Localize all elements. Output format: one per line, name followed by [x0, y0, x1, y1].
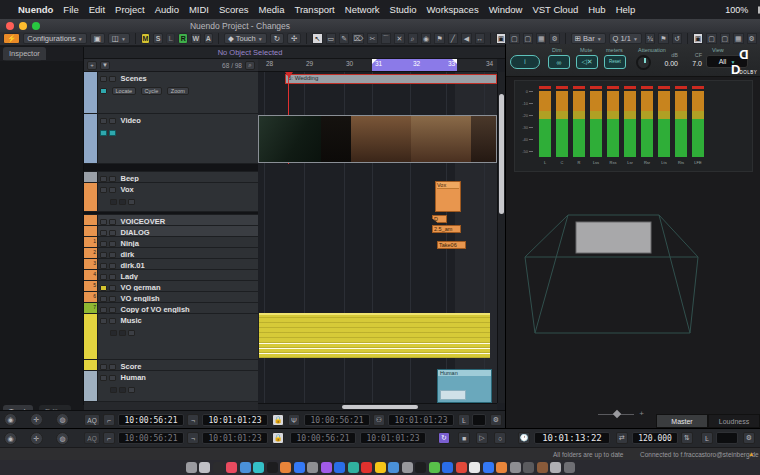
music-sub-btn-1[interactable]	[110, 330, 117, 336]
tracklist-divider[interactable]	[84, 164, 258, 172]
grid-type-button[interactable]: ▢	[523, 33, 533, 44]
dock-icon[interactable]	[267, 462, 278, 473]
attenuation-knob[interactable]	[636, 55, 651, 70]
record-mode-button-1[interactable]: ◉	[4, 413, 17, 426]
dock-icon[interactable]	[496, 462, 507, 473]
scenes-btn-1[interactable]	[100, 76, 107, 82]
configurations-dropdown[interactable]: Configurations▼	[23, 33, 86, 44]
time-format-icon[interactable]: 🕐	[518, 432, 530, 444]
dock-icon[interactable]	[550, 462, 561, 473]
retrospective-record-button[interactable]: ↺	[672, 33, 682, 44]
tab-inspector[interactable]: Inspector	[3, 47, 46, 60]
menu-help[interactable]: Help	[616, 4, 636, 15]
dock-icon[interactable]	[334, 462, 345, 473]
right-locator-time[interactable]: 10:01:01:23	[202, 414, 268, 426]
dock-icon[interactable]	[483, 462, 494, 473]
dock-icon[interactable]	[186, 462, 197, 473]
tool-draw[interactable]: ✎	[339, 33, 349, 44]
dock-trash-icon[interactable]	[564, 462, 575, 473]
view-mode-2-button[interactable]: ▢	[706, 33, 716, 44]
mute-button[interactable]	[100, 263, 107, 269]
video-thumbnails-toggle[interactable]	[100, 130, 107, 136]
sync-button-2[interactable]: ◍	[56, 432, 69, 445]
dock-icon[interactable]	[510, 462, 521, 473]
tab-loudness[interactable]: Loudness	[708, 414, 760, 428]
dock-icon[interactable]	[307, 462, 318, 473]
view-mode-1-button[interactable]: ▣	[693, 33, 703, 44]
mute-button[interactable]	[100, 219, 107, 225]
tool-comp[interactable]: ◉	[421, 33, 431, 44]
tool-split[interactable]: ✂	[367, 33, 377, 44]
suspend-automation-button[interactable]: A	[204, 33, 214, 44]
dock-icon[interactable]	[213, 462, 224, 473]
dock-icon[interactable]	[348, 462, 359, 473]
track-row-ninja[interactable]: 1 Ninja	[84, 237, 258, 248]
human-folder-event[interactable]: Human	[437, 369, 492, 403]
video-thumbnail-strip[interactable]	[258, 115, 497, 163]
solo-button[interactable]	[109, 176, 116, 182]
mute-button[interactable]	[100, 307, 107, 313]
marker-flag-button[interactable]: ⚑	[658, 33, 668, 44]
dock-icon[interactable]	[456, 462, 467, 473]
solo-button[interactable]	[109, 219, 116, 225]
menu-transport[interactable]: Transport	[294, 4, 334, 15]
menu-file[interactable]: File	[63, 4, 78, 15]
locator-lock-button[interactable]: 🔒	[272, 414, 284, 426]
video-id-toggle[interactable]	[109, 130, 116, 136]
dock-icon[interactable]	[253, 462, 264, 473]
mute-button[interactable]	[100, 274, 107, 280]
pre-roll-icon-2[interactable]: Ŀ	[701, 432, 713, 444]
listen-all-button[interactable]: L	[166, 33, 176, 44]
transport-gear-1[interactable]: ⚙	[490, 414, 502, 426]
atmos-room-view[interactable]: +	[506, 175, 760, 407]
visibility-agents-dropdown[interactable]: ◫▼	[108, 33, 130, 44]
tool-mute[interactable]: ✕	[394, 33, 404, 44]
tool-object-selection[interactable]: ↖	[312, 33, 322, 44]
solo-button[interactable]	[109, 296, 116, 302]
automation-panel-button[interactable]: ✣	[287, 33, 301, 44]
punch-out-icon[interactable]: ¬	[187, 414, 199, 426]
view-mode-4-button[interactable]: ▦	[733, 33, 743, 44]
solo-button[interactable]	[109, 263, 116, 269]
audio-quantize-button-2[interactable]: AQ	[84, 432, 100, 444]
video-btn-2[interactable]	[109, 118, 116, 124]
tool-play[interactable]: ◀	[461, 33, 471, 44]
stop-button[interactable]: ■	[458, 432, 470, 444]
tool-marker[interactable]: ⚑	[434, 33, 444, 44]
menu-edit[interactable]: Edit	[89, 4, 105, 15]
toolbar-gear-left[interactable]: ⚙	[549, 33, 559, 44]
quantize-panel-button[interactable]: ▦	[536, 33, 546, 44]
menu-project[interactable]: Project	[115, 4, 145, 15]
menu-window[interactable]: Window	[489, 4, 523, 15]
menu-network[interactable]: Network	[345, 4, 380, 15]
transport-gear-2[interactable]: ⚙	[743, 432, 755, 444]
music-sub-btn-3[interactable]	[128, 330, 135, 336]
menu-scores[interactable]: Scores	[219, 4, 249, 15]
solo-button[interactable]	[109, 241, 116, 247]
track-row-vo-german[interactable]: 5 VO german	[84, 281, 258, 292]
primary-time-display[interactable]: 10:01:13:22	[534, 432, 610, 444]
punch-out-time-2[interactable]: 10:01:01:23	[360, 432, 426, 444]
punch-points-icon[interactable]: Ψ	[288, 414, 300, 426]
window-layout-button[interactable]: ▣	[90, 33, 105, 44]
solo-button[interactable]	[109, 318, 116, 324]
punch-user-icon[interactable]: ⚇	[373, 414, 385, 426]
dock-icon[interactable]	[375, 462, 386, 473]
dock-icon[interactable]	[415, 462, 426, 473]
cycle-button[interactable]: ↻	[438, 432, 450, 444]
solo-button[interactable]	[109, 274, 116, 280]
mute-button[interactable]	[100, 187, 107, 193]
audio-event-vox[interactable]: Vox	[435, 181, 461, 212]
solo-button[interactable]	[109, 307, 116, 313]
audio-event-25am[interactable]: 2.5_am	[432, 225, 461, 233]
punch-in-icon[interactable]: ⌐	[103, 414, 115, 426]
mute-button[interactable]	[100, 230, 107, 236]
vertical-scroll-thumb[interactable]	[499, 94, 504, 214]
read-automation-button[interactable]: R	[178, 33, 188, 44]
vox-sub-btn-2[interactable]	[119, 199, 126, 205]
tool-zoom[interactable]: ⌕	[408, 33, 418, 44]
solo-button[interactable]	[109, 364, 116, 370]
menu-nuendo[interactable]: Nuendo	[18, 4, 53, 15]
automation-mode-dropdown[interactable]: ◆ Touch▼	[224, 33, 267, 44]
dock-icon[interactable]	[294, 462, 305, 473]
